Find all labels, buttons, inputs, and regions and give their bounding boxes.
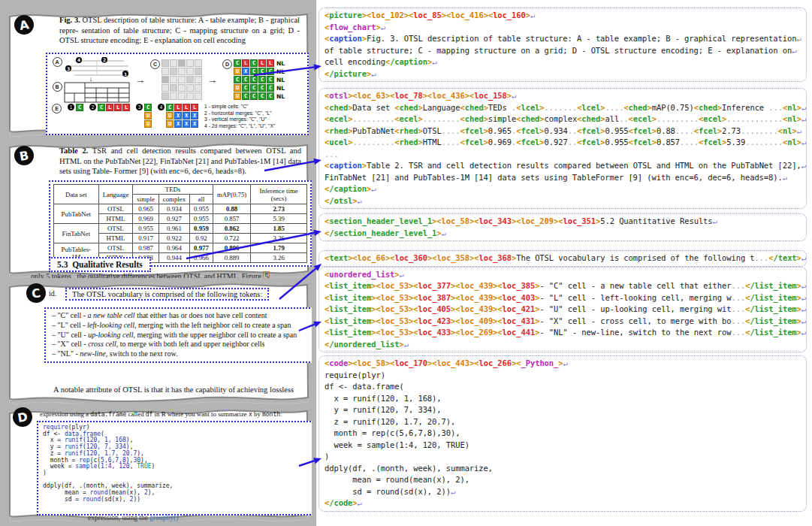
otsl-cell-C: C xyxy=(250,59,258,67)
otsl-cell-C: C xyxy=(258,68,266,75)
doctags-block-text: <text><loc_66><loc_360><loc_358><loc_368… xyxy=(318,250,807,267)
otsl-cell-C: C xyxy=(242,76,249,83)
figure-ref: 5 xyxy=(263,271,270,278)
otsl-cell-C: C xyxy=(250,68,258,75)
otsl-cell-U: U xyxy=(234,84,241,92)
otsl-cell-U: U xyxy=(166,120,174,128)
doctags-block-picture: <picture><loc_102><loc_85><loc_416><loc_… xyxy=(318,8,807,82)
vocab-list-item: – "U" cell - up-looking cell, merging wi… xyxy=(52,331,306,340)
encoding-legend: 1 - simple cells: "C"2 - horizontal merg… xyxy=(204,104,275,129)
doctags-block-otsl: <otsl><loc_63><loc_78><loc_436><loc_158>… xyxy=(318,88,807,209)
otsl-cell-C: C xyxy=(250,84,258,92)
section-number: 5.3 xyxy=(57,260,68,269)
figure3-caption-text: OTSL description of table structure: A -… xyxy=(59,16,300,44)
grid-cell xyxy=(178,68,186,75)
vocab-sentence-box: The OTSL vocabulary is comprised of the … xyxy=(65,288,269,301)
otsl-cell-L: L xyxy=(267,59,274,67)
grid-cell xyxy=(170,59,177,67)
otsl-cell-L: L xyxy=(258,59,266,67)
grid-cell xyxy=(170,92,177,100)
grid-cell xyxy=(186,76,194,83)
vocab-list-item: – "NL" - new-line, switch to the next ro… xyxy=(52,349,306,359)
otsl-cell-X: X xyxy=(183,120,190,128)
otsl-cell-C: C xyxy=(76,104,83,111)
grid-cell xyxy=(186,92,194,100)
otsl-cell-C: C xyxy=(258,92,266,100)
arrow-right-icon: → xyxy=(207,74,217,86)
otsl-cell-C: C xyxy=(258,76,266,83)
vocab-list-item: – "L" cell - left-looking cell, merging … xyxy=(52,321,306,331)
col-header: complex xyxy=(158,195,189,204)
otsl-cell-C: C xyxy=(267,84,274,92)
col-header: simple xyxy=(133,195,158,204)
otsl-cell-C: C xyxy=(98,104,105,111)
otsl-cell-C: C xyxy=(267,68,274,75)
snippet-card-b: B Table 2. TSR and cell detection result… xyxy=(5,140,312,278)
otsl-cell-L: L xyxy=(114,104,122,111)
otsl-cell-U: U xyxy=(234,92,241,100)
label-d-badge: D xyxy=(11,406,34,428)
section-title: Qualitative Results xyxy=(72,260,143,269)
token-list-box: – "C" cell - a new table cell that eithe… xyxy=(44,307,312,363)
grid-cell xyxy=(195,68,202,75)
clipped-footer-line: expression, using the groupby() xyxy=(88,514,178,521)
example-simple-cell: 1C xyxy=(68,104,83,111)
table2-caption-text: TSR and cell detection results compared … xyxy=(59,147,301,175)
otsl-cell-X: X xyxy=(242,68,249,75)
grid-mapping xyxy=(161,59,202,100)
table-structure-sketch xyxy=(64,82,130,103)
otsl-cell-L: L xyxy=(106,104,113,111)
grid-cell xyxy=(195,59,202,67)
diagram-legend-row: E 1C 2CLLL 3CUU 4CLLLUXXXUXXX 1 - simple… xyxy=(52,104,303,129)
otsl-cell-X: X xyxy=(174,112,182,119)
grid-cell xyxy=(178,59,186,67)
otsl-cell-C: C xyxy=(234,59,241,67)
badge-1: 1 xyxy=(123,71,126,76)
grid-cell xyxy=(195,84,202,92)
arrow-right-icon: → xyxy=(135,74,145,86)
doctags-panel: <picture><loc_102><loc_85><loc_416><loc_… xyxy=(318,8,807,512)
diagram-marker-a: A xyxy=(53,57,62,67)
diagram-marker-e: E xyxy=(52,104,62,113)
grid-cell xyxy=(170,76,177,83)
figure3-diagram: A 4 2 3 xyxy=(46,53,309,135)
doctags-block-section_header: <section_header_level_1><loc_58><loc_343… xyxy=(318,213,807,241)
diagram-marker-b: B xyxy=(53,82,62,92)
diagram-top-row: A 4 2 3 xyxy=(52,57,303,102)
results-table-box: Data setLanguageTEDsmAP(0.75)Inference t… xyxy=(49,180,312,267)
grid-cell xyxy=(161,84,169,92)
grid-cell xyxy=(195,76,202,83)
closing-line: A notable attribute of OTSL is that it h… xyxy=(44,385,303,394)
otsl-cell-L: L xyxy=(122,104,130,111)
diagram-marker-d: D xyxy=(222,59,232,69)
badge-4: 4 xyxy=(77,57,80,62)
col-header: Data set xyxy=(54,185,99,204)
grid-cell xyxy=(161,76,169,83)
col-header: TEDs xyxy=(133,185,213,195)
grid-cell xyxy=(170,84,177,92)
table-example-sketch: 4 2 3 1 xyxy=(64,57,130,77)
col-header: Language xyxy=(98,185,133,204)
label-b-badge: B xyxy=(13,144,35,167)
otsl-cell-C: C xyxy=(250,76,258,83)
grid-cell xyxy=(186,59,194,67)
badge-2: 2 xyxy=(102,57,105,62)
vocab-list-item: – "C" cell - a new table cell that eithe… xyxy=(52,311,306,321)
grid-cell xyxy=(178,84,186,92)
otsl-cell-C: C xyxy=(234,76,241,83)
otsl-cell-X: X xyxy=(191,120,198,128)
grid-cell xyxy=(161,92,169,100)
document-snippets-panel: A Fig. 3. OTSL description of table stru… xyxy=(0,0,316,526)
groupby-link: groupby() xyxy=(149,514,178,521)
otsl-cell-C: C xyxy=(267,76,274,83)
otsl-cell-C: C xyxy=(258,84,266,92)
clipped-text-line: only 5 tokens the qualitative difference… xyxy=(31,272,301,278)
otsl-cell-L: L xyxy=(242,59,249,67)
figure3-caption-bold: Fig. 3. xyxy=(59,16,80,24)
diagram-marker-c: C xyxy=(150,59,160,69)
snippet-card-d: D expression using a data.frame called d… xyxy=(5,406,312,521)
otsl-cell-C: C xyxy=(250,92,258,100)
r-code-box: require(plyr)df <- data.frame( x = runif… xyxy=(37,421,312,515)
vocab-list-item: – "X" cell - cross cell, to merge with b… xyxy=(52,340,306,349)
table2-caption: Table 2. TSR and cell detection results … xyxy=(59,146,301,177)
